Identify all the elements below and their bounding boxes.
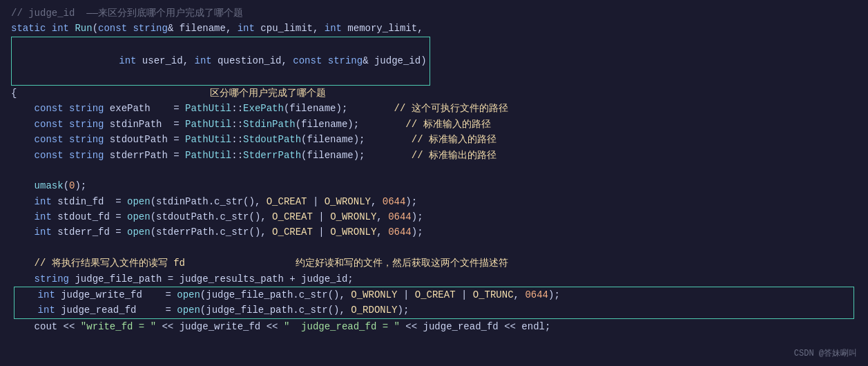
judge-fd-highlight-block: int judge_write_fd = open(judge_file_pat… xyxy=(14,287,854,319)
code-line: // judge_id ——来区分到底哪个用户完成了哪个题 xyxy=(11,6,857,21)
code-line: const string stdinPath = PathUtil::Stdin… xyxy=(11,117,857,132)
code-line-empty xyxy=(11,163,857,178)
code-line: const string stdoutPath = PathUtil::Stdo… xyxy=(11,132,857,147)
code-line-brace: { 区分哪个用户完成了哪个题 xyxy=(11,86,857,101)
code-line: int stdout_fd = open(stdoutPath.c_str(),… xyxy=(11,209,857,224)
code-line-judge-read: int judge_read_fd = open(judge_file_path… xyxy=(15,302,853,318)
code-editor: // judge_id ——来区分到底哪个用户完成了哪个题 static int… xyxy=(0,0,868,366)
code-line: // 将执行结果写入文件的读写 fd约定好读和写的文件，然后获取这两个文件描述符 xyxy=(11,256,857,271)
csdn-watermark: CSDN @答妹唰叫 xyxy=(794,347,857,360)
code-line-empty xyxy=(11,240,857,256)
keyword-static: static xyxy=(11,21,52,36)
param-highlight-box: int user_id, int question_id, const stri… xyxy=(11,37,430,86)
code-line: static int Run(const string& filename, i… xyxy=(11,21,857,36)
code-line-cout: cout << "write_fd = " << judge_write_fd … xyxy=(11,319,857,334)
code-line: int stdin_fd = open(stdinPath.c_str(), O… xyxy=(11,194,857,209)
code-line-params: int user_id, int question_id, const stri… xyxy=(11,37,857,86)
annotation-which-user: 区分哪个用户完成了哪个题 xyxy=(210,86,326,101)
code-line: const string exePath = PathUtil::ExePath… xyxy=(11,101,857,116)
func-run: Run xyxy=(75,21,92,36)
code-line-judge-write: int judge_write_fd = open(judge_file_pat… xyxy=(15,287,853,302)
code-line: int stderr_fd = open(stderrPath.c_str(),… xyxy=(11,224,857,240)
comment-text: // judge_id ——来区分到底哪个用户完成了哪个题 xyxy=(11,6,243,21)
code-line: const string stderrPath = PathUtil::Stde… xyxy=(11,148,857,163)
code-line: string judge_file_path = judge_results_p… xyxy=(11,271,857,287)
code-line: umask(0); xyxy=(11,178,857,193)
keyword-int: int xyxy=(52,21,75,36)
